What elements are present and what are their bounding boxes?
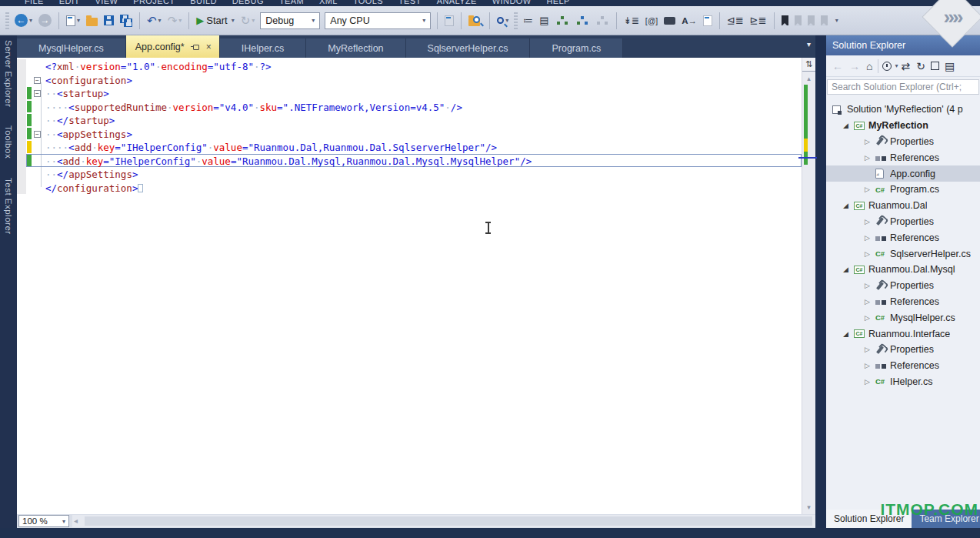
collapse-region-icon[interactable]: −: [34, 77, 41, 84]
fold-margin[interactable]: −: [32, 87, 44, 99]
expander-icon[interactable]: ▷: [865, 346, 875, 353]
tab-test-explorer[interactable]: Test Explorer: [4, 178, 13, 235]
toggle-bookmark-button[interactable]: [778, 11, 792, 31]
code-line[interactable]: <?xml·version="1.0"·encoding="utf-8"·?>: [17, 59, 802, 73]
code-text[interactable]: </configuration>: [44, 182, 143, 194]
expander-icon[interactable]: ▷: [865, 362, 875, 369]
menu-edit[interactable]: EDIT: [52, 0, 88, 6]
tree-item-properties[interactable]: ▷Properties: [826, 134, 980, 150]
code-text[interactable]: <configuration>: [44, 74, 132, 86]
tab-mysqlhelper[interactable]: MysqlHelper.cs: [17, 38, 126, 58]
expander-icon[interactable]: ▷: [865, 314, 875, 322]
collapse-region-icon[interactable]: −: [34, 131, 41, 138]
breakpoint-margin[interactable]: [17, 73, 26, 87]
scroll-down-icon[interactable]: ▾: [802, 503, 815, 511]
next-bookmark-button[interactable]: [805, 11, 818, 31]
code-line[interactable]: ··<add·key="IHelperConfig"·value="Ruanmo…: [17, 154, 802, 168]
toolbar-grip[interactable]: [5, 12, 9, 29]
expander-icon[interactable]: ▷: [865, 154, 875, 162]
attach-process-button[interactable]: [442, 11, 457, 31]
menu-team[interactable]: TEAM: [272, 0, 312, 6]
code-line[interactable]: ····<add·key="IHelperConfig"·value="Ruan…: [17, 140, 802, 154]
fold-margin[interactable]: [32, 155, 44, 167]
code-text[interactable]: ··<startup>: [44, 87, 109, 99]
breakpoint-margin[interactable]: [17, 59, 26, 73]
new-file-button[interactable]: ▾: [63, 11, 83, 31]
decrease-indent-button[interactable]: ⊴≣: [724, 11, 747, 31]
restart-button[interactable]: ↻▾: [238, 11, 258, 31]
tab-sqlserverhelper[interactable]: SqlserverHelper.cs: [406, 38, 531, 58]
code-line[interactable]: ··</startup>: [17, 113, 802, 127]
expander-icon[interactable]: ▷: [865, 234, 875, 242]
undo-button[interactable]: ↶▾: [144, 11, 165, 31]
zoom-level-select[interactable]: 100 % ▾: [18, 515, 69, 527]
breakpoint-margin[interactable]: [17, 181, 26, 195]
code-line[interactable]: −··<appSettings>: [17, 127, 802, 141]
menu-window[interactable]: WINDOW: [485, 0, 539, 6]
vertical-scrollbar[interactable]: ⇅ ▴ ▾: [802, 58, 815, 514]
close-icon[interactable]: ×: [205, 42, 213, 52]
tree-item-appconfig-selected[interactable]: App.config: [826, 165, 980, 182]
tab-myreflection[interactable]: MyReflection: [306, 38, 405, 58]
tab-appconfig-active[interactable]: App.config* ×: [126, 35, 220, 58]
expander-icon[interactable]: ▷: [865, 378, 875, 386]
tree-item-references[interactable]: ▷References: [826, 229, 980, 246]
breakpoint-margin[interactable]: [17, 154, 26, 168]
tab-ihelper[interactable]: IHelper.cs: [220, 38, 307, 58]
scrollbar-thumb[interactable]: [85, 516, 812, 526]
code-line[interactable]: ··</appSettings>: [17, 167, 802, 181]
breakpoint-margin[interactable]: [17, 140, 26, 154]
start-debug-button[interactable]: ▶ Start ▾: [193, 11, 237, 31]
scroll-left-icon[interactable]: ◂: [74, 516, 78, 525]
pending-changes-filter-icon[interactable]: [882, 62, 892, 71]
breakpoint-margin[interactable]: [17, 113, 26, 127]
keyboard-button[interactable]: [661, 11, 678, 31]
horizontal-scrollbar[interactable]: ◂: [72, 515, 815, 527]
tree-item-solution[interactable]: Solution 'MyReflection' (4 p: [826, 102, 980, 118]
home-icon[interactable]: ⌂: [863, 58, 875, 74]
breakpoint-margin[interactable]: [17, 167, 26, 181]
collapse-region-icon[interactable]: −: [34, 90, 41, 97]
clear-bookmarks-button[interactable]: [818, 11, 831, 31]
code-line[interactable]: </configuration>: [17, 181, 802, 195]
navigate-back-button[interactable]: ←▾: [12, 11, 35, 31]
tab-toolbox[interactable]: Toolbox: [4, 125, 13, 159]
tree-item-references[interactable]: ▷References: [826, 294, 980, 310]
toolbar-grip[interactable]: [514, 12, 518, 29]
code-text[interactable]: <?xml·version="1.0"·encoding="utf-8"·?>: [44, 60, 272, 72]
fold-margin[interactable]: −: [32, 128, 44, 140]
fold-margin[interactable]: [32, 60, 44, 72]
expander-icon[interactable]: ▷: [865, 138, 875, 145]
tree-item-project-ruanmou-dal-mysql[interactable]: ◢C#Ruanmou.Dal.Mysql: [826, 262, 980, 278]
tree-item-mysqlhelper[interactable]: ▷C#MysqlHelper.cs: [826, 309, 980, 326]
code-text[interactable]: ··</startup>: [44, 114, 115, 126]
code-line[interactable]: ····<supportedRuntime·version="v4.0"·sku…: [17, 100, 802, 114]
menu-project[interactable]: PROJECT: [125, 0, 182, 6]
expander-icon[interactable]: ▷: [865, 298, 875, 306]
navigate-to-button[interactable]: ▾: [494, 11, 512, 31]
show-xslt-button[interactable]: [572, 11, 592, 31]
redo-button[interactable]: ↷▾: [165, 11, 185, 31]
code-text[interactable]: ····<supportedRuntime·version="v4.0"·sku…: [44, 101, 462, 113]
solution-configuration-select[interactable]: Debug ▾: [260, 12, 320, 29]
expander-icon[interactable]: ◢: [843, 266, 854, 273]
menu-test[interactable]: TEST: [391, 0, 429, 6]
code-text[interactable]: ··<appSettings>: [44, 128, 132, 140]
tree-item-project-myreflection[interactable]: ◢C#MyReflection: [826, 118, 980, 134]
menu-build[interactable]: BUILD: [182, 0, 224, 6]
breakpoint-margin[interactable]: [17, 86, 26, 100]
split-window-handle[interactable]: ⇅: [802, 58, 815, 72]
properties-icon[interactable]: ▤: [942, 58, 958, 74]
tree-item-properties[interactable]: ▷Properties: [826, 342, 980, 358]
collapse-all-icon[interactable]: [931, 62, 939, 70]
attribute-button[interactable]: [@]: [642, 11, 662, 31]
fold-margin[interactable]: [32, 101, 44, 113]
back-icon[interactable]: ←: [829, 58, 846, 74]
tree-item-sqlserverhelper[interactable]: ▷C#SqlserverHelper.cs: [826, 246, 980, 262]
refresh-icon[interactable]: ↻: [913, 58, 928, 74]
navigate-forward-button[interactable]: →: [35, 11, 55, 31]
breakpoint-margin[interactable]: [17, 100, 26, 114]
expander-icon[interactable]: ◢: [843, 122, 854, 129]
tree-item-program[interactable]: ▷C#Program.cs: [826, 182, 980, 198]
menu-file[interactable]: FILE: [17, 0, 52, 6]
